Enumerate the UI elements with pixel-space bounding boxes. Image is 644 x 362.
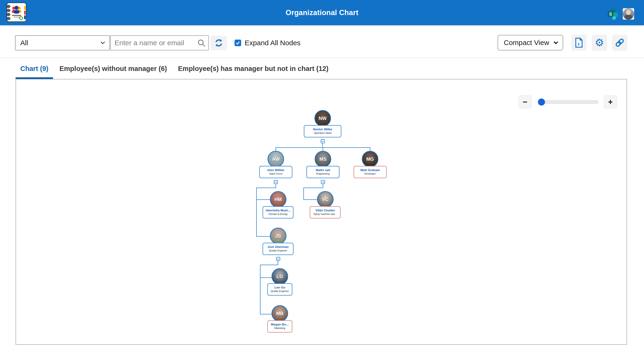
collapse-button[interactable] [274,180,278,184]
employee-title: Climate & Energy [263,212,293,216]
employee-card[interactable]: Lee Gu Quality Engineer [267,283,292,296]
employee-avatar[interactable]: JS [270,228,286,244]
zoom-slider-thumb[interactable] [538,98,545,106]
employee-name: Nestor Wilke [304,128,341,131]
filter-select[interactable]: All [15,35,110,50]
employee-card[interactable]: Vikki Chotter Spray machine ope... [310,206,340,218]
settings-gear-icon: ⚙ [595,38,604,48]
page-title: Organizational Chart [0,8,644,17]
employee-name: Joni Sherman [263,245,293,249]
connector-line [256,188,257,236]
employee-title: Developer [354,172,386,175]
connector-line [322,143,323,147]
expand-all-checkbox[interactable] [234,40,241,46]
org-chart-container: − + NW Nestor Wilke Operation Head [16,79,627,345]
org-chart-canvas[interactable]: − + NW Nestor Wilke Operation Head [16,80,626,344]
employee-name: Megan Bo... [268,323,292,326]
minus-icon [322,141,324,142]
connector-line [260,278,272,278]
employee-name: Alex Wilber [260,168,292,172]
tab-bar: Chart (9) Employee(s) without manager (6… [0,58,644,79]
tab-employees-not-in-chart[interactable]: Employee(s) has manager but not in chart… [173,58,333,79]
employee-name: Matt Graham [354,168,386,172]
employee-card[interactable]: Joni Sherman Quality Engineer [262,243,294,255]
user-profile-avatar[interactable] [623,8,634,20]
employee-name: Lee Gu [268,286,292,290]
view-mode-value: Compact View [504,39,549,47]
view-mode-select[interactable]: Compact View [498,35,563,50]
connector-line [304,200,317,200]
search-input[interactable] [110,35,209,50]
minus-icon [322,182,324,182]
copy-link-button[interactable] [612,35,627,51]
zoom-in-button[interactable]: + [604,96,617,108]
employee-card[interactable]: Matt Graham Developer [354,166,386,178]
chevron-down-icon [100,42,105,44]
connector-line [260,265,260,314]
filter-select-value: All [20,39,28,47]
zoom-out-button[interactable]: − [518,96,532,108]
search-box [110,35,209,50]
connector-line [256,200,270,200]
connector-line [260,314,272,314]
excel-export-icon: x [574,38,584,48]
tab-employees-without-manager[interactable]: Employee(s) without manager (6) [55,58,172,79]
employee-avatar[interactable]: HM [270,191,286,208]
employee-title: Engineering [307,172,339,175]
svg-text:S: S [609,12,612,16]
collapse-button[interactable] [276,257,280,261]
collapse-button[interactable] [321,180,325,184]
employee-title: Quality Engineer [268,290,292,293]
check-icon [236,41,240,45]
employee-avatar[interactable]: NW [314,110,331,126]
employee-title: Spray machine ope... [310,212,340,216]
svg-text:x: x [577,41,580,46]
export-excel-button[interactable]: x [572,35,586,51]
sharepoint-icon[interactable]: S [607,8,619,20]
employee-name: Henrietta Muel... [263,208,293,212]
employee-card[interactable]: Nestor Wilke Operation Head [304,125,341,138]
minus-icon [275,182,277,182]
employee-title: Marketing [268,326,292,330]
employee-title: Operation Head [304,131,341,134]
employee-avatar[interactable]: MS [315,151,331,167]
tab-chart[interactable]: Chart (9) [16,58,53,79]
refresh-button[interactable] [210,36,227,50]
employee-avatar[interactable]: VC [317,191,334,208]
search-icon [197,39,206,48]
employee-card[interactable]: Alex Wilber Sales Force [259,166,292,178]
employee-title: Quality Engineer [263,249,293,252]
employee-avatar[interactable]: MG [362,151,378,167]
settings-button[interactable]: ⚙ [592,35,607,51]
connector-line [304,188,323,188]
minus-icon [277,259,279,259]
connector-line [256,188,276,188]
employee-avatar[interactable]: MB [272,305,288,322]
connector-line [260,265,278,265]
collapse-button[interactable] [320,139,324,143]
link-icon [615,38,625,48]
employee-card[interactable]: Mattv sail Engineering [306,166,340,178]
expand-all-label: Expand All Nodes [245,39,300,47]
refresh-icon [214,38,224,48]
toolbar: All Expand All Nodes Compact View [0,25,644,58]
avatar-photo [623,8,634,20]
app-header: Organizational Chart S [0,0,644,25]
employee-name: Mattv sail [307,168,339,172]
connector-line [304,188,304,200]
employee-avatar[interactable]: LG [272,268,288,285]
employee-avatar[interactable]: AW [268,151,284,167]
chevron-down-icon [553,41,558,44]
zoom-slider-track[interactable] [538,100,598,104]
employee-card[interactable]: Henrietta Muel... Climate & Energy [262,206,294,218]
expand-all-control: Expand All Nodes [234,36,300,50]
employee-title: Sales Force [260,172,292,175]
employee-card[interactable]: Megan Bo... Marketing [267,320,292,332]
employee-name: Vikki Chotter [310,208,340,212]
connector-line [256,236,270,236]
